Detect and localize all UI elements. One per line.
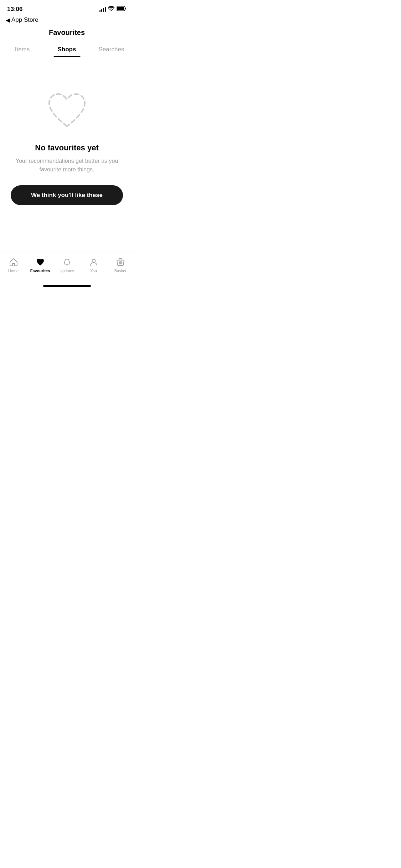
bottom-nav: Home Favourites Updates You [0,253,134,282]
status-bar: 13:06 [0,0,134,16]
svg-point-3 [92,259,95,263]
page-title: Favourites [0,25,134,42]
you-icon [89,257,99,267]
tabs-container: Items Shops Searches [0,42,134,57]
home-icon [9,257,19,267]
main-content: No favourites yet Your recommendations g… [0,57,134,253]
nav-label-you: You [90,269,97,273]
empty-heart-icon [46,91,88,133]
nav-label-home: Home [8,269,19,273]
nav-item-favourites[interactable]: Favourites [27,256,53,282]
nav-label-basket: Basket [114,269,127,273]
signal-icon [99,7,106,12]
battery-icon [117,6,127,12]
cta-button[interactable]: We think you'll like these [11,185,123,205]
nav-label-favourites: Favourites [30,269,50,273]
status-icons [99,6,127,12]
tab-shops[interactable]: Shops [45,42,89,57]
tab-items[interactable]: Items [0,42,45,57]
favourites-icon [35,257,45,267]
updates-icon [62,257,72,267]
wifi-icon [108,6,114,12]
empty-state-title: No favourites yet [35,143,99,153]
status-time: 13:06 [7,6,22,13]
svg-rect-1 [117,7,124,10]
nav-item-basket[interactable]: Basket [107,256,134,282]
nav-item-home[interactable]: Home [0,256,27,282]
back-nav[interactable]: ◀ App Store [0,16,134,25]
nav-item-updates[interactable]: Updates [53,256,80,282]
back-arrow-icon: ◀ [6,17,10,24]
back-label: App Store [11,16,38,24]
home-indicator [0,282,134,289]
empty-state-subtitle: Your recommendations get better as you f… [11,157,123,174]
svg-rect-2 [125,8,127,10]
nav-label-updates: Updates [60,269,74,273]
home-indicator-bar [43,285,91,287]
basket-icon [115,257,125,267]
tab-searches[interactable]: Searches [89,42,134,57]
nav-item-you[interactable]: You [80,256,107,282]
